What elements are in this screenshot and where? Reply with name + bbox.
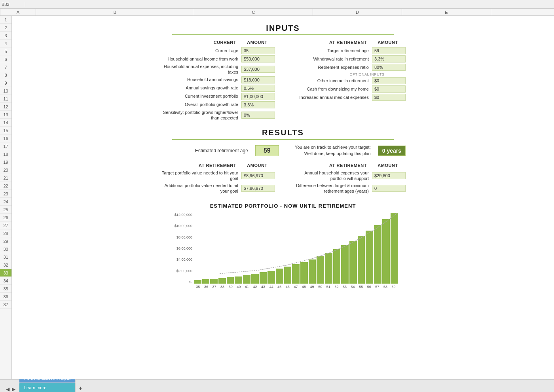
col-header-A: A xyxy=(0,9,36,15)
current-row-label-5: Current investment portfolio xyxy=(160,93,241,99)
track-value: 0 years xyxy=(378,146,406,156)
chart-bar-18 xyxy=(341,245,349,284)
chart-y-label-0: $12,00,000 xyxy=(175,213,192,217)
res-left-label-0: Target portfolio value needed to hit you… xyxy=(160,170,241,182)
chart-x-label-17: 52 xyxy=(334,285,338,292)
current-header-row: CURRENT AMOUNT xyxy=(160,40,275,45)
nav-left[interactable]: ◀ xyxy=(5,386,11,392)
opt-row-value-2[interactable]: $0 xyxy=(372,94,406,101)
col-header-E: E xyxy=(402,9,491,15)
chart-x-label-2: 37 xyxy=(212,285,216,292)
row-num-10: 10 xyxy=(0,87,11,95)
row-num-3: 3 xyxy=(0,32,11,40)
chart-bar-14 xyxy=(309,259,316,284)
chart-x-label-4: 39 xyxy=(229,285,233,292)
at-ret-right-label: AT RETIREMENT xyxy=(291,163,370,168)
content-area[interactable]: INPUTS CURRENT AMOUNT Current age 35Hous… xyxy=(12,16,554,379)
retirement-table: AT RETIREMENT AMOUNT Target retirement a… xyxy=(291,40,406,122)
at-ret-right-amount: AMOUNT xyxy=(370,163,406,168)
chart-bar-13 xyxy=(300,262,308,284)
chart-bar-17 xyxy=(333,249,341,284)
row-num-7: 7 xyxy=(0,63,11,71)
optional-rows: Other income in retirement $0Cash from d… xyxy=(291,77,406,101)
opt-row-value-0[interactable]: $0 xyxy=(372,77,406,84)
row-num-21: 21 xyxy=(0,174,11,182)
res-left-value-0: $8,96,970 xyxy=(241,172,275,179)
col-header-F: F xyxy=(491,9,554,15)
res-left-label-1: Additional portfolio value needed to hit… xyxy=(160,183,241,194)
ret-row-value-1[interactable]: 3.3% xyxy=(372,55,406,62)
tab-4[interactable]: Learn more xyxy=(19,383,76,392)
row-numbers: 1234567891011121314151617181920212223242… xyxy=(0,16,12,379)
add-tab-button[interactable]: + xyxy=(76,385,85,392)
retirement-header-row: AT RETIREMENT AMOUNT xyxy=(291,40,406,45)
row-num-36: 36 xyxy=(0,293,11,301)
col-header-C: C xyxy=(194,9,313,15)
chart-bar-11 xyxy=(284,267,292,284)
results-title: RESULTS xyxy=(24,128,542,137)
ret-row-value-2[interactable]: 80% xyxy=(372,64,406,71)
row-num-5: 5 xyxy=(0,47,11,55)
row-num-33: 33 xyxy=(0,269,11,277)
chart-bar-20 xyxy=(358,236,365,284)
chart-bar-1 xyxy=(202,279,210,284)
row-num-1: 1 xyxy=(0,16,11,24)
chart-y-label-3: $6,00,000 xyxy=(176,246,192,250)
inputs-divider xyxy=(172,34,394,35)
chart-x-label-1: 36 xyxy=(204,285,208,292)
optional-row-0: Other income in retirement $0 xyxy=(291,77,406,84)
current-row-label-7: Sensitivity: portfolio grows higher/lowe… xyxy=(160,110,241,121)
chart-x-label-10: 45 xyxy=(277,285,281,292)
current-table: CURRENT AMOUNT Current age 35Household a… xyxy=(160,40,275,122)
column-headers: ABCDEFGHIJKLMNOPQRSTUVWX xyxy=(0,9,554,16)
current-row-7: Sensitivity: portfolio grows higher/lowe… xyxy=(160,110,275,121)
result-right-rows: Annual household expenses your portfolio… xyxy=(291,170,406,194)
current-row-value-6[interactable]: 3.3% xyxy=(241,101,275,108)
at-ret-left-header: AT RETIREMENT AMOUNT xyxy=(160,163,275,168)
ret-row-value-0[interactable]: 59 xyxy=(372,47,406,54)
current-row-5: Current investment portfolio $1,00,000 xyxy=(160,93,275,100)
chart-area xyxy=(194,213,398,284)
current-row-value-0[interactable]: 35 xyxy=(241,47,275,54)
current-row-value-7[interactable]: 0% xyxy=(241,112,275,119)
chart-x-label-23: 58 xyxy=(383,285,387,292)
chart-bar-23 xyxy=(382,219,390,284)
nav-right[interactable]: ▶ xyxy=(11,386,17,392)
chart-bar-12 xyxy=(292,264,300,284)
result-left-rows: Target portfolio value needed to hit you… xyxy=(160,170,275,194)
at-retirement-right: AT RETIREMENT AMOUNT Annual household ex… xyxy=(291,163,406,195)
at-retirement-left: AT RETIREMENT AMOUNT Target portfolio va… xyxy=(160,163,275,195)
chart-bar-9 xyxy=(268,271,275,284)
current-row-value-3[interactable]: $18,000 xyxy=(241,76,275,83)
row-num-28: 28 xyxy=(0,229,11,237)
current-rows: Current age 35Household annual income fr… xyxy=(160,47,275,121)
chart-bar-7 xyxy=(251,274,259,284)
row-num-16: 16 xyxy=(0,134,11,142)
at-ret-left-amount: AMOUNT xyxy=(239,163,275,168)
chart-bars xyxy=(194,213,398,284)
opt-row-label-0: Other income in retirement xyxy=(291,78,372,83)
opt-row-value-1[interactable]: $0 xyxy=(372,85,406,93)
estimated-value: 59 xyxy=(255,145,279,156)
chart-y-label-2: $8,00,000 xyxy=(176,235,192,239)
chart-x-label-14: 49 xyxy=(310,285,314,292)
chart-bar-8 xyxy=(260,272,267,284)
chart-bar-15 xyxy=(317,256,324,284)
row-num-22: 22 xyxy=(0,182,11,190)
current-row-value-4[interactable]: 0.5% xyxy=(241,85,275,92)
row-num-32: 32 xyxy=(0,261,11,269)
row-num-37: 37 xyxy=(0,301,11,309)
result-right-row-1: Difference between target & minimum reti… xyxy=(291,183,406,194)
row-num-24: 24 xyxy=(0,198,11,206)
retirement-rows: Target retirement age 59Withdrawal rate … xyxy=(291,47,406,71)
chart-x-label-19: 54 xyxy=(351,285,355,292)
opt-row-label-2: Increased annual medical expenses xyxy=(291,95,372,100)
current-row-value-5[interactable]: $1,00,000 xyxy=(241,93,275,100)
current-row-value-1[interactable]: $50,000 xyxy=(241,55,275,62)
retirement-row-0: Target retirement age 59 xyxy=(291,47,406,54)
row-num-9: 9 xyxy=(0,79,11,87)
res-right-label-1: Difference between target & minimum reti… xyxy=(291,183,372,194)
chart-x-label-22: 57 xyxy=(375,285,379,292)
current-row-value-2[interactable]: $37,000 xyxy=(241,66,275,73)
inputs-grid: CURRENT AMOUNT Current age 35Household a… xyxy=(160,40,406,122)
